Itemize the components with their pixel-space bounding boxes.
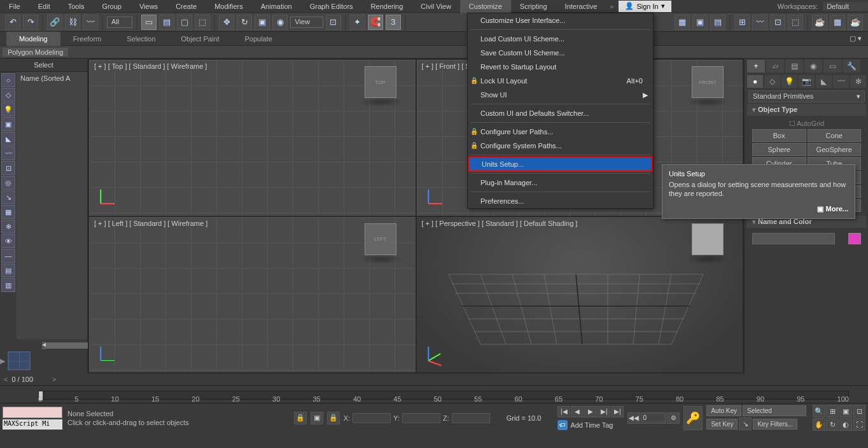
filter-cameras-icon[interactable]: ▣ bbox=[1, 117, 15, 131]
viewport-front-label[interactable]: [ + ] [ Front ] [ St bbox=[422, 62, 472, 70]
menu-item-save-custom-ui-scheme-[interactable]: Save Custom UI Scheme... bbox=[468, 46, 653, 60]
menu-item-custom-ui-and-defaults-switcher-[interactable]: Custom UI and Defaults Switcher... bbox=[468, 106, 653, 120]
menu-create[interactable]: Create bbox=[167, 0, 206, 13]
pan-button[interactable]: ✋ bbox=[813, 418, 825, 431]
render-setup-button[interactable]: ▤ bbox=[710, 15, 725, 30]
filter-xrefs-icon[interactable]: ◎ bbox=[1, 176, 15, 190]
menu-group[interactable]: Group bbox=[93, 0, 130, 13]
key-mode-button[interactable]: ◀◀ bbox=[627, 412, 640, 424]
orbit-button[interactable]: ↻ bbox=[826, 418, 839, 431]
viewport-persp-label[interactable]: [ + ] [ Perspective ] [ Standard ] [ Def… bbox=[422, 220, 578, 227]
sign-in-button[interactable]: 👤 Sign In ▾ bbox=[619, 1, 671, 12]
timeline[interactable]: 0510152025303540455055606570758085909510… bbox=[0, 385, 868, 403]
selection-filter-combo[interactable]: All bbox=[107, 17, 132, 28]
geometry-subtab[interactable]: ● bbox=[747, 75, 763, 88]
menu-item-units-setup-[interactable]: Units Setup... bbox=[469, 157, 652, 171]
menu-item-configure-system-paths-[interactable]: 🔒Configure System Paths... bbox=[468, 139, 653, 153]
primitive-box-button[interactable]: Box bbox=[752, 129, 806, 142]
menu-file[interactable]: File bbox=[0, 0, 29, 13]
render-last-button[interactable]: ☕ bbox=[848, 15, 863, 30]
menu-item-show-ui[interactable]: Show UI▶ bbox=[468, 88, 653, 102]
set-key-big-button[interactable]: 🔑 bbox=[683, 406, 703, 430]
menu-item-load-custom-ui-scheme-[interactable]: Load Custom UI Scheme... bbox=[468, 32, 653, 46]
menu-views[interactable]: Views bbox=[130, 0, 167, 13]
utilities-tab[interactable]: 🔧 bbox=[843, 60, 860, 73]
viewport-left[interactable]: [ + ] [ Left ] [ Standard ] [ Wireframe … bbox=[89, 217, 416, 373]
filter-lights-icon[interactable]: 💡 bbox=[1, 102, 15, 116]
trackbar-preview[interactable] bbox=[3, 407, 62, 418]
menu-interactive[interactable]: Interactive bbox=[556, 0, 606, 13]
object-type-rollout-title[interactable]: Object Type bbox=[747, 104, 866, 116]
scene-explorer-hscroll[interactable]: ◀▶ bbox=[42, 342, 87, 349]
ribbon-collapse-icon[interactable]: ▢ ▾ bbox=[843, 34, 868, 43]
viewcube-left[interactable]: LEFT bbox=[365, 223, 396, 255]
timeline-right-arrow[interactable]: > bbox=[52, 375, 56, 383]
tab-modeling[interactable]: Modeling bbox=[6, 32, 60, 46]
schematic-view-button[interactable]: ▦ bbox=[675, 15, 690, 30]
cameras-subtab[interactable]: 📷 bbox=[799, 75, 815, 88]
play-icon[interactable]: ▶ bbox=[0, 357, 5, 365]
modify-tab[interactable]: ▱ bbox=[766, 60, 784, 73]
ref-coord-combo[interactable]: View bbox=[290, 17, 323, 28]
menu-tools[interactable]: Tools bbox=[59, 0, 94, 13]
viewcube-persp[interactable] bbox=[692, 223, 724, 255]
lock-selection-icon[interactable]: 🔒 bbox=[294, 412, 307, 424]
filter-hidden-icon[interactable]: 👁 bbox=[1, 234, 15, 248]
viewport-layout-button[interactable] bbox=[8, 351, 31, 370]
time-config-button[interactable]: ⚙ bbox=[667, 412, 680, 424]
filter-helpers-icon[interactable]: ◣ bbox=[1, 132, 15, 146]
primitive-sphere-button[interactable]: Sphere bbox=[752, 143, 806, 156]
select-region-button[interactable]: ▢ bbox=[177, 15, 192, 30]
tab-populate[interactable]: Populate bbox=[232, 32, 284, 46]
bind-button[interactable]: 〰 bbox=[83, 15, 98, 30]
snap-toggle-button[interactable]: 🧲 bbox=[368, 15, 383, 30]
menu-rendering[interactable]: Rendering bbox=[362, 0, 412, 13]
helpers-subtab[interactable]: ◣ bbox=[816, 75, 832, 88]
auto-key-button[interactable]: Auto Key bbox=[706, 405, 741, 416]
create-tab[interactable]: + bbox=[747, 60, 765, 73]
object-color-swatch[interactable] bbox=[848, 233, 861, 244]
isolate-icon[interactable]: ▣ bbox=[311, 412, 323, 424]
play-button[interactable]: ▶ bbox=[584, 406, 597, 417]
selection-lock-icon[interactable]: 🔒 bbox=[327, 412, 340, 424]
autogrid-checkbox[interactable]: ☐ AutoGrid bbox=[752, 118, 861, 129]
zoom-button[interactable]: 🔍 bbox=[813, 405, 825, 417]
link-button[interactable]: 🔗 bbox=[47, 15, 62, 30]
undo-button[interactable]: ↶ bbox=[5, 15, 20, 30]
filter-none-icon[interactable]: ▥ bbox=[1, 278, 15, 292]
filter-shapes-icon[interactable]: ◇ bbox=[1, 88, 15, 102]
tooltip-more-link[interactable]: ▣ More... bbox=[669, 205, 848, 213]
primitive-category-combo[interactable]: Standard Primitives ▾ bbox=[748, 90, 865, 102]
pivot-button[interactable]: ⊡ bbox=[326, 15, 341, 30]
viewcube-front[interactable]: FRONT bbox=[692, 66, 724, 98]
hierarchy-tab[interactable]: ▤ bbox=[785, 60, 803, 73]
current-frame-input[interactable] bbox=[643, 414, 664, 421]
filter-groups-icon[interactable]: ⊡ bbox=[1, 161, 15, 175]
viewport-perspective[interactable]: [ + ] [ Perspective ] [ Standard ] [ Def… bbox=[417, 217, 743, 373]
render-iterative-button[interactable]: ⊡ bbox=[770, 15, 785, 30]
spacewarps-subtab[interactable]: 〰 bbox=[833, 75, 849, 88]
primitive-geosphere-button[interactable]: GeoSphere bbox=[808, 143, 862, 156]
menu-item-configure-user-paths-[interactable]: 🔒Configure User Paths... bbox=[468, 125, 653, 139]
viewport-left-label[interactable]: [ + ] [ Left ] [ Standard ] [ Wireframe … bbox=[94, 220, 207, 227]
lights-subtab[interactable]: 💡 bbox=[781, 75, 797, 88]
menu-item-preferences-[interactable]: Preferences... bbox=[468, 194, 653, 208]
zoom-extents-all-button[interactable]: ⊡ bbox=[853, 405, 865, 417]
filter-geometry-icon[interactable]: ○ bbox=[1, 73, 15, 87]
menu-item-customize-user-interface-[interactable]: Customize User Interface... bbox=[468, 13, 653, 27]
render-button[interactable]: 〰 bbox=[752, 15, 767, 30]
tab-selection[interactable]: Selection bbox=[114, 32, 168, 46]
scale-button[interactable]: ▣ bbox=[255, 15, 270, 30]
menu-item-lock-ui-layout[interactable]: 🔒Lock UI LayoutAlt+0 bbox=[468, 74, 653, 88]
move-button[interactable]: ✥ bbox=[219, 15, 234, 30]
zoom-extents-button[interactable]: ▣ bbox=[839, 405, 852, 417]
x-input[interactable] bbox=[353, 413, 391, 423]
menu-item-plug-in-manager-[interactable]: Plug-in Manager... bbox=[468, 176, 653, 190]
menu-modifiers[interactable]: Modifiers bbox=[206, 0, 252, 13]
teapot-button[interactable]: ☕ bbox=[812, 15, 827, 30]
filter-all-icon[interactable]: ▤ bbox=[1, 263, 15, 277]
material-editor-button[interactable]: ▣ bbox=[692, 15, 708, 30]
render-frame-button[interactable]: ⊞ bbox=[734, 15, 750, 30]
menu-item-revert-to-startup-layout[interactable]: Revert to Startup Layout bbox=[468, 60, 653, 74]
render-prod-button[interactable]: ▦ bbox=[830, 15, 845, 30]
